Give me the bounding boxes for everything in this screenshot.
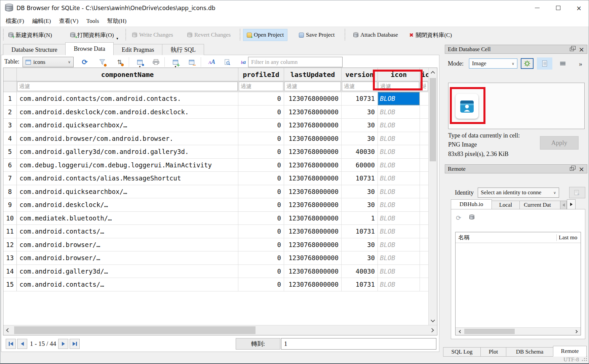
cell-version[interactable]: 10731	[342, 172, 378, 185]
filter-input-lastUpdated[interactable]	[284, 82, 341, 91]
list-column-last-modified[interactable]: Last mo	[556, 234, 581, 241]
filter-input-partial[interactable]	[420, 82, 428, 91]
close-dock-icon[interactable]: ×	[579, 46, 584, 53]
dock-tab-remote[interactable]: Remote	[553, 346, 587, 357]
tab-browse-data[interactable]: Browse Data	[65, 42, 113, 55]
corner-header[interactable]	[3, 68, 17, 81]
cell-icon-blob[interactable]: BLOB	[378, 185, 420, 198]
table-row[interactable]: 13 com.android.browser/… 0 1230768000000…	[3, 251, 428, 265]
cell-componentName[interactable]: com.android.contacts/…	[17, 278, 238, 291]
cell-profileId[interactable]: 0	[238, 92, 284, 105]
minimize-button[interactable]	[527, 0, 548, 15]
cell-lastUpdated[interactable]: 1230768000000	[284, 278, 342, 291]
cell-lastUpdated[interactable]: 1230768000000	[284, 198, 342, 211]
cell-profileId[interactable]: 0	[238, 185, 284, 198]
cell-version[interactable]: 1	[342, 212, 378, 225]
cell-partial[interactable]	[420, 185, 428, 198]
cell-icon-blob[interactable]: BLOB	[378, 106, 420, 119]
last-record-button[interactable]	[70, 339, 80, 349]
scroll-down-button[interactable]	[429, 316, 437, 325]
row-number[interactable]: 7	[3, 172, 17, 185]
cell-profileId[interactable]: 0	[238, 265, 284, 278]
cell-componentName[interactable]: com.mediatek.bluetooth/…	[17, 212, 238, 225]
row-number[interactable]: 11	[3, 225, 17, 238]
cell-partial[interactable]	[420, 119, 428, 132]
table-row[interactable]: 7 com.android.contacts/alias.MessageShor…	[3, 172, 428, 185]
table-row[interactable]: 1 com.android.contacts/com.android.conta…	[3, 92, 428, 106]
table-row[interactable]: 11 com.android.contacts/… 0 123076800000…	[3, 225, 428, 238]
cell-componentName[interactable]: com.android.quicksearchbox/…	[17, 119, 238, 132]
insert-record-button[interactable]: + ▼	[168, 56, 183, 68]
cell-componentName[interactable]: com.android.contacts/alias.MessageShortc…	[17, 172, 238, 185]
filter-input-profileId[interactable]	[239, 82, 283, 91]
apply-button[interactable]: Apply	[540, 136, 579, 150]
first-record-button[interactable]	[6, 339, 16, 349]
cell-profileId[interactable]: 0	[238, 145, 284, 158]
cell-profileId[interactable]: 0	[238, 172, 284, 185]
cell-componentName[interactable]: com.android.gallery3d/…	[17, 265, 238, 278]
cell-version[interactable]: 30	[342, 185, 378, 198]
cell-profileId[interactable]: 0	[238, 225, 284, 238]
column-header-version[interactable]: version	[342, 68, 378, 81]
cell-icon-blob[interactable]: BLOB	[378, 212, 420, 225]
row-number[interactable]: 6	[3, 159, 17, 172]
mode-select[interactable]: Image ∨	[469, 58, 517, 69]
remote-list-hscrollbar[interactable]	[456, 327, 581, 335]
cell-componentName[interactable]: com.android.gallery3d/com.android.galler…	[17, 145, 238, 158]
cell-componentName[interactable]: com.android.browser/…	[17, 251, 238, 265]
revert-changes-button[interactable]: Revert Changes	[184, 29, 234, 41]
cell-icon-blob[interactable]: BLOB	[378, 225, 420, 238]
cell-partial[interactable]	[420, 145, 428, 158]
filter-any-column-input[interactable]	[248, 57, 343, 67]
list-column-name[interactable]: 名稱	[456, 234, 470, 241]
table-row[interactable]: 10 com.mediatek.bluetooth/… 0 1230768000…	[3, 212, 428, 225]
table-row[interactable]: 3 com.android.quicksearchbox/… 0 1230768…	[3, 119, 428, 132]
remote-refresh-icon[interactable]: ⟳	[456, 214, 461, 221]
cell-componentName[interactable]: com.android.deskclock/…	[17, 198, 238, 211]
table-row[interactable]: 2 com.android.deskclock/com.android.desk…	[3, 106, 428, 119]
refresh-button[interactable]: ⟳	[78, 56, 92, 68]
cell-componentName[interactable]: com.android.deskclock/com.android.deskcl…	[17, 106, 238, 119]
cell-version[interactable]: 30	[342, 238, 378, 251]
encoding-status[interactable]: UTF-8	[563, 356, 579, 363]
cell-version[interactable]: 30	[342, 198, 378, 211]
cell-partial[interactable]	[420, 212, 428, 225]
word-wrap-button[interactable]	[557, 59, 568, 69]
cell-icon-blob[interactable]: BLOB	[378, 92, 420, 105]
cell-icon-blob[interactable]: BLOB	[378, 132, 420, 145]
tab-database-structure[interactable]: Database Structure	[3, 44, 66, 55]
cell-version[interactable]: 30	[342, 132, 378, 145]
table-row[interactable]: 9 com.android.deskclock/… 0 123076800000…	[3, 198, 428, 212]
find-in-table-button[interactable]	[220, 56, 234, 68]
table-row[interactable]: 8 com.android.quicksearchbox/… 0 1230768…	[3, 185, 428, 199]
cell-partial[interactable]	[420, 92, 428, 105]
cell-lastUpdated[interactable]: 1230768000000	[284, 172, 342, 185]
cell-lastUpdated[interactable]: 1230768000000	[284, 106, 342, 119]
horizontal-scroll-thumb[interactable]	[14, 326, 256, 334]
row-number[interactable]: 12	[3, 238, 17, 251]
cell-icon-blob[interactable]: BLOB	[378, 119, 420, 132]
menu-edit[interactable]: 編輯(E)	[28, 16, 55, 26]
menu-file[interactable]: 檔案(F)	[2, 16, 28, 26]
text-mode-button[interactable]	[537, 57, 552, 70]
save-project-button[interactable]: Save Project	[296, 29, 338, 41]
table-row[interactable]: 6 com.debug.loggerui/com.debug.loggerui.…	[3, 159, 428, 172]
menu-help[interactable]: 幫助(H)	[103, 16, 131, 26]
remote-tab-current-database[interactable]: Current Dat	[519, 201, 560, 209]
cell-componentName[interactable]: com.android.browser/…	[17, 238, 238, 251]
cell-partial[interactable]	[420, 172, 428, 185]
cell-partial[interactable]	[420, 106, 428, 119]
cell-componentName[interactable]: com.android.browser/com.android.browser.	[17, 132, 238, 145]
cell-profileId[interactable]: 0	[238, 251, 284, 265]
row-number[interactable]: 15	[3, 278, 17, 291]
filter-input-componentName[interactable]	[17, 82, 238, 91]
table-select[interactable]: icons ∨	[23, 57, 74, 67]
horizontal-scroll-thumb[interactable]	[464, 329, 515, 334]
column-header-componentName[interactable]: componentName	[17, 68, 238, 81]
scroll-left-button[interactable]	[456, 328, 463, 335]
column-header-profileId[interactable]: profileId	[238, 68, 284, 81]
cell-icon-blob[interactable]: BLOB	[378, 251, 420, 265]
cell-version[interactable]: 60000	[342, 159, 378, 172]
goto-button[interactable]: 轉到:	[236, 338, 280, 350]
clear-filters-button[interactable]	[95, 56, 109, 68]
